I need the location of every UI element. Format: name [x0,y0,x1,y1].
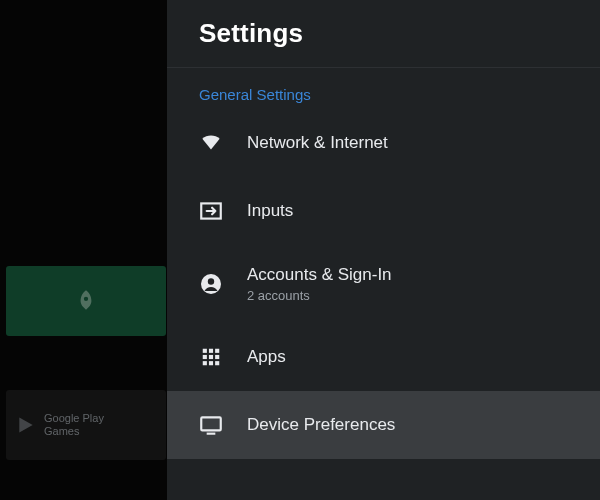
svg-point-2 [208,278,214,284]
input-icon [197,197,225,225]
apps-icon [197,343,225,371]
panel-header: Settings [167,0,600,68]
svg-rect-12 [201,417,221,430]
svg-rect-5 [215,349,219,353]
menu-item-label: Accounts & Sign-In [247,265,392,285]
wifi-icon [197,129,225,157]
menu-item-accounts[interactable]: Accounts & Sign-In 2 accounts [167,245,600,323]
settings-panel: Settings General Settings Network & Inte… [167,0,600,500]
page-title: Settings [199,18,568,49]
settings-menu: Network & Internet Inputs Accounts & Sig… [167,109,600,500]
svg-rect-3 [203,349,207,353]
rocket-icon [73,288,99,314]
menu-item-subtitle: 2 accounts [247,288,392,303]
svg-rect-4 [209,349,213,353]
section-label: General Settings [167,68,600,109]
menu-item-label: Inputs [247,201,293,221]
menu-item-label: Network & Internet [247,133,388,153]
svg-rect-7 [209,355,213,359]
background-app-tile-2: Google Play Games [6,390,166,460]
svg-rect-8 [215,355,219,359]
menu-item-label: Apps [247,347,286,367]
menu-item-label: Device Preferences [247,415,395,435]
background-tile-text-2: Games [44,425,104,438]
tv-icon [197,411,225,439]
svg-rect-10 [209,361,213,365]
menu-item-device-preferences[interactable]: Device Preferences [167,391,600,459]
svg-rect-11 [215,361,219,365]
account-icon [197,270,225,298]
menu-item-network[interactable]: Network & Internet [167,109,600,177]
background-tile-text-1: Google Play [44,412,104,425]
play-icon [16,414,36,436]
svg-rect-9 [203,361,207,365]
svg-rect-6 [203,355,207,359]
menu-item-inputs[interactable]: Inputs [167,177,600,245]
menu-item-apps[interactable]: Apps [167,323,600,391]
background-app-tile-1 [6,266,166,336]
